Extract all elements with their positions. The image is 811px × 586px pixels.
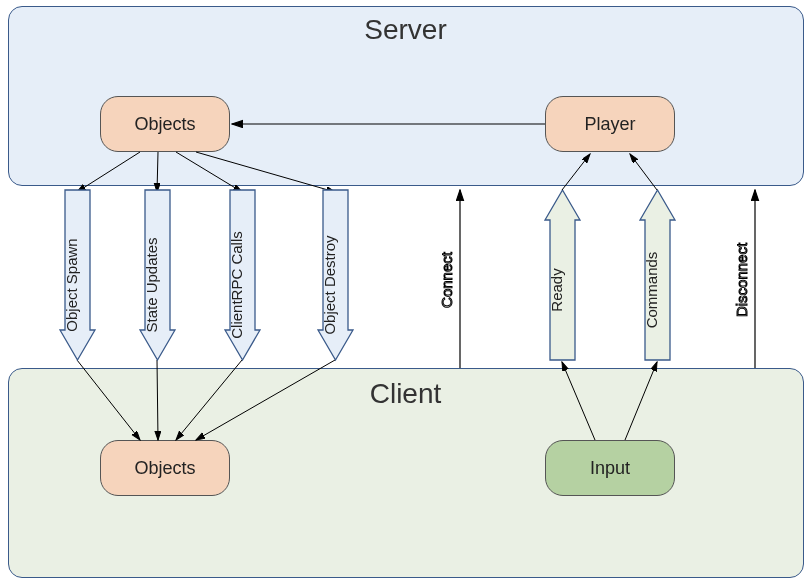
disconnect-label: Disconnect	[733, 242, 750, 317]
diagram-canvas: Server Client Objects Player Objects Inp…	[0, 0, 811, 586]
disconnect-arrow: Disconnect	[0, 0, 811, 586]
